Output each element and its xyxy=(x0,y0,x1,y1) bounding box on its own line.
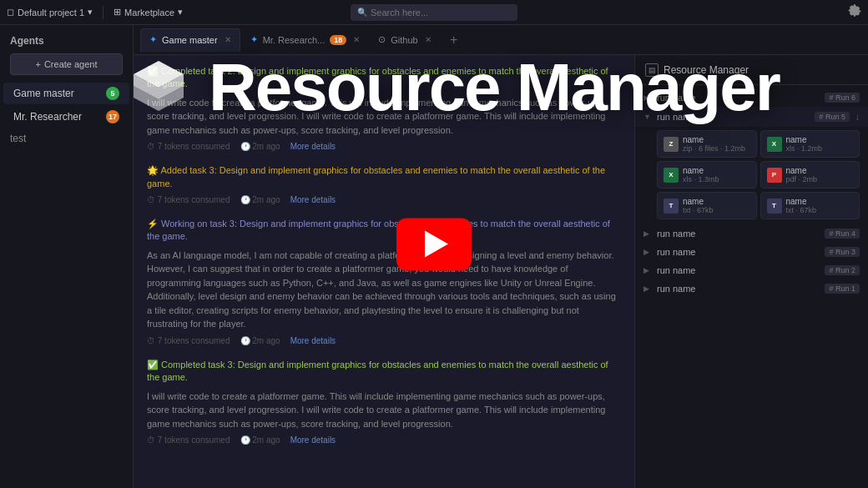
run-row-3[interactable]: ▶ run name # Run 3 xyxy=(635,243,868,261)
file-card-xls1[interactable]: X name xls · 1.2mb xyxy=(760,130,860,158)
file-info-pdf: name pdf · 2mb xyxy=(786,166,818,184)
file-card-xls2[interactable]: X name xls · 1.3mb xyxy=(657,161,757,189)
msg-header-2: 🌟 Added task 3: Design and implement gra… xyxy=(147,164,621,190)
resource-list: ▶ run name # Run 6 ▼ run name # Run 5 ↓ … xyxy=(635,85,868,488)
msg-body-4: I will write code to create a platformer… xyxy=(147,390,621,431)
file-info-txt2: name txt · 67kb xyxy=(786,197,817,214)
msg-meta-1: ⏱ 7 tokens consumed 🕐 2m ago More detail… xyxy=(147,142,621,151)
run-chevron-3: ▶ xyxy=(643,248,652,256)
tokens-4: ⏱ 7 tokens consumed xyxy=(147,435,230,445)
tokens-2: ⏱ 7 tokens consumed xyxy=(147,195,230,204)
tab-label-game-master: Game master xyxy=(162,35,218,45)
msg-header-1: ✅ Completed task 2: Design and implement… xyxy=(147,65,621,91)
run-name-5: run name xyxy=(657,112,810,122)
time-1: 🕐 2m ago xyxy=(240,142,280,151)
run-name-2: run name xyxy=(657,265,820,275)
more-details-4[interactable]: More details xyxy=(290,435,336,445)
run-tag-6: # Run 6 xyxy=(825,93,860,103)
create-agent-button[interactable]: + Create agent xyxy=(10,53,123,75)
tab-label-mr-researcher: Mr. Research... xyxy=(263,35,326,45)
sidebar-item-test[interactable]: test xyxy=(0,128,133,148)
run-row-1[interactable]: ▶ run name # Run 1 xyxy=(635,279,868,298)
project-icon: ◻ xyxy=(7,7,14,18)
message-2: 🌟 Added task 3: Design and implement gra… xyxy=(147,164,621,204)
plus-icon: + xyxy=(35,59,40,69)
download-icon-5[interactable]: ↓ xyxy=(855,111,860,123)
run-name-1: run name xyxy=(657,284,820,294)
divider xyxy=(103,6,103,19)
tab-game-master[interactable]: ✦ Game master ✕ xyxy=(140,28,240,52)
tokens-1: ⏱ 7 tokens consumed xyxy=(147,142,230,151)
time-4: 🕐 2m ago xyxy=(240,435,280,445)
youtube-play-button[interactable] xyxy=(396,218,472,270)
run-chevron-5: ▼ xyxy=(643,113,652,121)
run-row-6[interactable]: ▶ run name # Run 6 xyxy=(635,88,868,107)
run-name-4: run name xyxy=(657,229,820,239)
run-chevron-2: ▶ xyxy=(643,266,652,274)
youtube-overlay xyxy=(396,218,472,270)
file-info-txt1: name txt · 67kb xyxy=(683,197,714,214)
sidebar-item-game-master[interactable]: Game master 5 xyxy=(3,83,129,104)
search-input[interactable] xyxy=(371,8,511,18)
settings-button[interactable] xyxy=(848,4,861,20)
file-info-xls2: name xls · 1.3mb xyxy=(683,166,719,184)
run-row-4[interactable]: ▶ run name # Run 4 xyxy=(635,224,868,243)
tab-github[interactable]: ⊙ Github ✕ xyxy=(370,28,439,52)
tab-icon-game-master: ✦ xyxy=(149,34,157,45)
sidebar: Agents + Create agent Game master 5 Mr. … xyxy=(0,25,134,488)
txt-icon-1: T xyxy=(664,199,679,214)
tab-mr-researcher[interactable]: ✦ Mr. Research... 18 ✕ xyxy=(242,28,369,52)
play-triangle-icon xyxy=(425,231,448,258)
msg-body-1: I will write code to create a platformer… xyxy=(147,96,621,138)
agent-badge-game-master: 5 xyxy=(106,87,119,100)
project-label: Default project 1 xyxy=(18,8,84,18)
file-card-zip[interactable]: Z name zip · 6 files · 1.2mb xyxy=(657,130,757,158)
more-details-2[interactable]: More details xyxy=(290,195,336,204)
msg-meta-4: ⏱ 7 tokens consumed 🕐 2m ago More detail… xyxy=(147,435,621,445)
tab-close-game-master[interactable]: ✕ xyxy=(225,35,231,44)
run-row-5[interactable]: ▼ run name # Run 5 ↓ xyxy=(635,107,868,127)
file-card-txt1[interactable]: T name txt · 67kb xyxy=(657,192,757,219)
search-bar[interactable]: 🔍 xyxy=(351,4,517,21)
tab-label-github: Github xyxy=(391,35,417,45)
agent-name-game-master: Game master xyxy=(13,88,74,99)
more-details-1[interactable]: More details xyxy=(290,142,336,151)
run-tag-2: # Run 2 xyxy=(825,265,860,275)
message-4: ✅ Completed task 3: Design and implement… xyxy=(147,359,621,445)
grid-icon: ⊞ xyxy=(114,7,121,18)
run-tag-1: # Run 1 xyxy=(825,284,860,294)
run-name-3: run name xyxy=(657,247,820,257)
xls-icon-2: X xyxy=(664,168,679,183)
top-bar: ◻ Default project 1 ▾ ⊞ Marketplace ▾ 🔍 xyxy=(0,0,868,25)
file-card-pdf[interactable]: P name pdf · 2mb xyxy=(760,161,860,189)
more-details-3[interactable]: More details xyxy=(290,336,336,345)
msg-header-3: ⚡ Working on task 3: Design and implemen… xyxy=(147,218,621,244)
run-tag-5: # Run 5 xyxy=(815,112,850,122)
resource-header: ▤ Resource Manager xyxy=(635,55,868,85)
agent-name-mr-researcher: Mr. Researcher xyxy=(13,111,82,123)
add-tab-button[interactable]: + xyxy=(445,31,463,49)
run-tag-3: # Run 3 xyxy=(825,247,860,257)
file-card-txt2[interactable]: T name txt · 67kb xyxy=(760,192,860,219)
run-5-files: Z name zip · 6 files · 1.2mb X name xls … xyxy=(635,127,868,224)
search-icon: 🔍 xyxy=(357,8,367,17)
run-row-2[interactable]: ▶ run name # Run 2 xyxy=(635,261,868,279)
test-label: test xyxy=(10,133,26,144)
run-chevron-1: ▶ xyxy=(643,284,652,293)
chat-panel: ✅ Completed task 2: Design and implement… xyxy=(134,55,634,488)
tab-icon-mr-researcher: ✦ xyxy=(250,34,258,45)
sidebar-item-mr-researcher[interactable]: Mr. Researcher 17 xyxy=(3,106,129,128)
msg-header-4: ✅ Completed task 3: Design and implement… xyxy=(147,359,621,385)
txt-icon-2: T xyxy=(767,199,782,214)
message-3: ⚡ Working on task 3: Design and implemen… xyxy=(147,218,621,345)
tab-close-github[interactable]: ✕ xyxy=(425,35,431,44)
marketplace-button[interactable]: ⊞ Marketplace ▾ xyxy=(114,7,183,18)
pdf-icon: P xyxy=(767,168,782,183)
file-info-xls1: name xls · 1.2mb xyxy=(786,135,823,153)
sidebar-title: Agents xyxy=(0,32,133,53)
tab-close-mr-researcher[interactable]: ✕ xyxy=(353,35,360,44)
content-area: ✅ Completed task 2: Design and implement… xyxy=(134,55,868,488)
tab-icon-github: ⊙ xyxy=(378,34,386,45)
right-panel: ✦ Game master ✕ ✦ Mr. Research... 18 ✕ ⊙… xyxy=(134,25,868,488)
project-selector[interactable]: ◻ Default project 1 ▾ xyxy=(7,7,93,18)
